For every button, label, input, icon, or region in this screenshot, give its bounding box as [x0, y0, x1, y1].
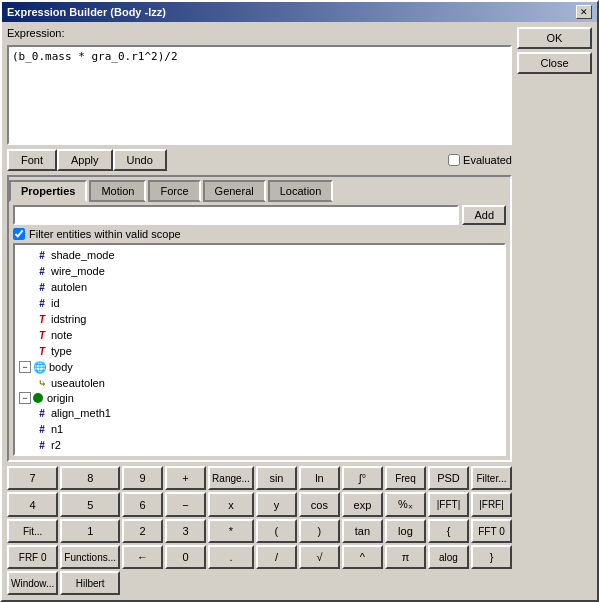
dialog-close-button[interactable]: Close — [517, 52, 592, 74]
calc-log[interactable]: log — [385, 519, 426, 543]
evaluated-label: Evaluated — [463, 154, 512, 166]
calc-open-brace[interactable]: { — [428, 519, 469, 543]
calc-2[interactable]: 2 — [122, 519, 163, 543]
tree-item[interactable]: − origin — [17, 391, 502, 405]
tab-general[interactable]: General — [203, 180, 266, 202]
ok-button[interactable]: OK — [517, 27, 592, 49]
calc-integral[interactable]: ∫° — [342, 466, 383, 490]
title-bar-controls: ✕ — [576, 5, 592, 19]
tree-item-label: body — [49, 361, 73, 373]
calc-9[interactable]: 9 — [122, 466, 163, 490]
hash-icon: # — [35, 406, 49, 420]
tree-item[interactable]: # wire_mode — [17, 263, 502, 279]
calc-tan[interactable]: tan — [342, 519, 383, 543]
tree-item[interactable]: T idstring — [17, 311, 502, 327]
calc-8[interactable]: 8 — [60, 466, 120, 490]
calc-4[interactable]: 4 — [7, 492, 58, 517]
calc-fft0[interactable]: FFT 0 — [471, 519, 512, 543]
calc-fit[interactable]: Fit... — [7, 519, 58, 543]
tab-location[interactable]: Location — [268, 180, 334, 202]
tree-item[interactable]: # shade_mode — [17, 247, 502, 263]
tree-item[interactable]: # n1 — [17, 421, 502, 437]
calc-back[interactable]: ← — [122, 545, 163, 569]
calc-6[interactable]: 6 — [122, 492, 163, 517]
calc-0[interactable]: 0 — [165, 545, 206, 569]
tree-item-label: wire_mode — [51, 265, 105, 277]
calc-window[interactable]: Window... — [7, 571, 58, 595]
expand-icon[interactable]: − — [19, 392, 31, 404]
calc-cos[interactable]: cos — [299, 492, 340, 517]
calc-minus[interactable]: − — [165, 492, 206, 517]
hash-icon: # — [35, 280, 49, 294]
calc-ln[interactable]: ln — [299, 466, 340, 490]
hash-icon: # — [35, 264, 49, 278]
calc-exp[interactable]: exp — [342, 492, 383, 517]
calc-range[interactable]: Range... — [208, 466, 254, 490]
apply-button[interactable]: Apply — [57, 149, 113, 171]
tree-item-label: r2 — [51, 439, 61, 451]
filter-checkbox[interactable] — [13, 228, 25, 240]
calc-functions[interactable]: Functions... — [60, 545, 120, 569]
tree-item[interactable]: − 🌐 body — [17, 359, 502, 375]
tree-item[interactable]: T note — [17, 327, 502, 343]
T-icon: T — [35, 312, 49, 326]
tab-properties[interactable]: Properties — [9, 180, 87, 202]
calc-percent[interactable]: %ₓ — [385, 492, 426, 517]
calc-freq[interactable]: Freq — [385, 466, 426, 490]
calc-close-paren[interactable]: ) — [299, 519, 340, 543]
expand-icon[interactable]: − — [19, 361, 31, 373]
calc-3[interactable]: 3 — [165, 519, 206, 543]
font-button[interactable]: Font — [7, 149, 57, 171]
tree-item-label: length — [51, 455, 81, 456]
calc-1[interactable]: 1 — [60, 519, 120, 543]
tree-item[interactable]: # align_meth1 — [17, 405, 502, 421]
calc-5[interactable]: 5 — [60, 492, 120, 517]
calc-filter[interactable]: Filter... — [471, 466, 512, 490]
tree-item[interactable]: T type — [17, 343, 502, 359]
side-panel: OK Close — [517, 27, 592, 595]
tree-item[interactable]: # length — [17, 453, 502, 456]
tree-item-label: idstring — [51, 313, 86, 325]
calc-sqrt[interactable]: √ — [299, 545, 340, 569]
hash-icon: # — [35, 422, 49, 436]
undo-button[interactable]: Undo — [113, 149, 167, 171]
tree-item[interactable]: ⤷ useautolen — [17, 375, 502, 391]
tree-item-label: type — [51, 345, 72, 357]
tabs-header: Properties Motion Force General Location — [9, 177, 510, 201]
search-input[interactable] — [13, 205, 459, 225]
calc-7[interactable]: 7 — [7, 466, 58, 490]
calc-divide[interactable]: / — [256, 545, 297, 569]
tree-item[interactable]: # id — [17, 295, 502, 311]
title-bar: Expression Builder (Body -lzz) ✕ — [2, 2, 597, 22]
evaluated-checkbox[interactable] — [448, 154, 460, 166]
close-button[interactable]: ✕ — [576, 5, 592, 19]
calc-frf-abs[interactable]: |FRF| — [471, 492, 512, 517]
expression-label: Expression: — [7, 27, 512, 39]
add-button[interactable]: Add — [462, 205, 506, 225]
tab-motion[interactable]: Motion — [89, 180, 146, 202]
calc-pi[interactable]: π — [385, 545, 426, 569]
calc-y[interactable]: y — [256, 492, 297, 517]
calc-hilbert[interactable]: Hilbert — [60, 571, 120, 595]
tree-item-label: useautolen — [51, 377, 105, 389]
calc-x[interactable]: x — [208, 492, 254, 517]
calc-frf0[interactable]: FRF 0 — [7, 545, 58, 569]
calc-close-brace[interactable]: } — [471, 545, 512, 569]
tree-item[interactable]: # autolen — [17, 279, 502, 295]
calc-open-paren[interactable]: ( — [256, 519, 297, 543]
expression-input[interactable] — [7, 45, 512, 145]
calc-sin[interactable]: sin — [256, 466, 297, 490]
calc-plus[interactable]: + — [165, 466, 206, 490]
tab-force[interactable]: Force — [148, 180, 200, 202]
circle-icon — [33, 393, 43, 403]
calc-caret[interactable]: ^ — [342, 545, 383, 569]
calc-psd[interactable]: PSD — [428, 466, 469, 490]
tree-item[interactable]: # r2 — [17, 437, 502, 453]
calc-alog[interactable]: alog — [428, 545, 469, 569]
main-window: Expression Builder (Body -lzz) ✕ Express… — [0, 0, 599, 602]
calc-fft-abs[interactable]: |FFT| — [428, 492, 469, 517]
filter-row: Filter entities within valid scope — [13, 228, 506, 240]
calc-dot[interactable]: . — [208, 545, 254, 569]
hash-icon: # — [35, 438, 49, 452]
calc-multiply[interactable]: * — [208, 519, 254, 543]
